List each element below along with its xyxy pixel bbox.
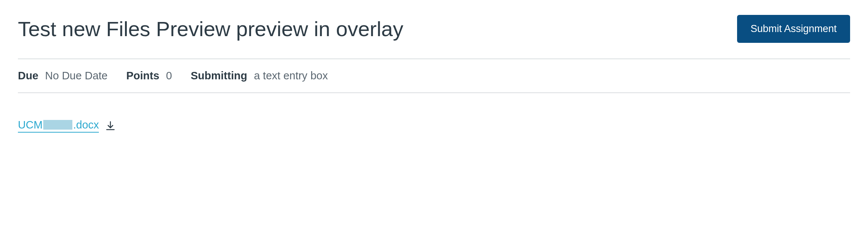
file-name-redacted <box>43 120 72 130</box>
file-name-suffix: .docx <box>73 119 99 131</box>
due-label: Due <box>18 70 38 82</box>
assignment-content: UCM.docx <box>18 93 850 133</box>
header-row: Test new Files Preview preview in overla… <box>18 15 850 43</box>
page-title: Test new Files Preview preview in overla… <box>18 16 403 41</box>
meta-due: Due No Due Date <box>18 70 107 82</box>
file-name-prefix: UCM <box>18 119 43 131</box>
meta-points: Points 0 <box>126 70 172 82</box>
points-label: Points <box>126 70 159 82</box>
download-icon[interactable] <box>105 120 116 131</box>
submitting-label: Submitting <box>191 70 247 82</box>
due-value: No Due Date <box>45 70 108 82</box>
points-value: 0 <box>166 70 172 82</box>
submitting-value: a text entry box <box>254 70 328 82</box>
file-link[interactable]: UCM.docx <box>18 119 99 133</box>
assignment-page: Test new Files Preview preview in overla… <box>0 0 868 155</box>
meta-submitting: Submitting a text entry box <box>191 70 328 82</box>
file-attachment-row: UCM.docx <box>18 119 850 133</box>
submit-assignment-button[interactable]: Submit Assignment <box>737 15 850 43</box>
assignment-meta-bar: Due No Due Date Points 0 Submitting a te… <box>18 58 850 93</box>
